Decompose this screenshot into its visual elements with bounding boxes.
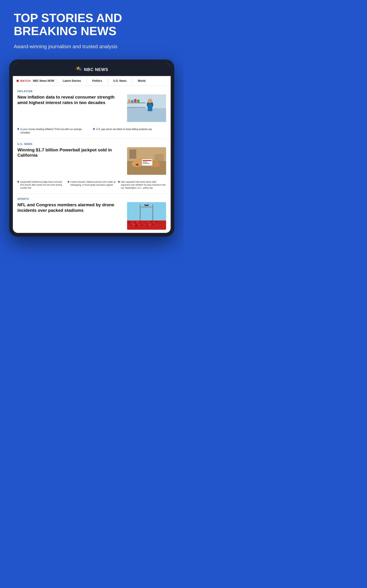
nav-divider-4 [132,78,132,83]
sub-link-1[interactable]: Is your money beating inflation? Find ou… [17,128,90,134]
sub-link-2-text: U.S. gas prices are likely to keep falli… [96,128,152,131]
watch-label: WATCH: [20,79,31,82]
hero-subtitle: Award-winning journalism and trusted ana… [14,43,170,50]
section-label-sports: SPORTS [17,194,166,200]
article-1-image [127,95,166,122]
svg-point-57 [163,223,165,225]
svg-rect-25 [143,162,147,162]
live-dot [17,80,19,82]
sub-link-3[interactable]: Suspended Oklahoma judge faces removal f… [17,180,65,190]
watch-badge[interactable]: WATCH: NBC News NOW [17,76,54,86]
nav-bar: WATCH: NBC News NOW Latest Stories Polit… [13,76,171,86]
svg-point-47 [135,225,137,226]
sub-link-1-text: Is your money beating inflation? Find ou… [20,128,90,134]
nav-divider-3 [108,78,108,83]
svg-point-51 [146,225,148,227]
watch-channel: NBC News NOW [33,79,54,82]
article-3: SPORTS NFL and Congress members alarmed … [17,194,166,233]
article-2: U.S. NEWS Winning $1.7 billion Powerball… [17,139,166,194]
sub-link-3-text: Suspended Oklahoma judge faces removal f… [20,180,65,190]
section-label-inflation: INFLATION [17,86,166,93]
sub-dot-2 [93,128,95,130]
svg-point-36 [140,222,141,224]
article-3-image [127,202,166,230]
svg-point-50 [144,223,145,225]
nav-item-us-news[interactable]: U.S. News [110,76,129,86]
svg-point-61 [144,204,146,206]
svg-rect-14 [134,99,136,103]
grocery-image [127,95,166,122]
article-1: INFLATION New inflation data to reveal c… [17,86,166,138]
article-1-headline: New inflation data to reveal consumer st… [17,95,123,105]
article-1-text: New inflation data to reveal consumer st… [17,95,123,105]
peacock-icon [75,66,82,73]
nbc-header: NBC NEWS [13,63,171,76]
sub-dot-4 [68,181,69,183]
sub-link-5-text: Man carjacked ride-share driver after ar… [121,180,166,190]
svg-point-54 [155,225,156,226]
nav-divider-2 [86,78,87,83]
nav-item-politics[interactable]: Politics [90,76,105,86]
article-2-headline: Winning $1.7 billion Powerball jackpot s… [17,147,123,158]
sub-dot-1 [17,128,19,130]
sub-link-5[interactable]: Man carjacked ride-share driver after ar… [118,180,166,190]
svg-rect-29 [129,149,136,159]
brand-name: NBC NEWS [84,67,108,72]
article-1-row[interactable]: New inflation data to reveal consumer st… [17,95,166,125]
svg-rect-11 [127,107,145,108]
svg-point-33 [131,221,133,223]
svg-point-53 [152,224,154,225]
svg-point-44 [161,220,163,222]
svg-point-56 [160,225,162,226]
svg-point-39 [148,221,150,223]
svg-point-46 [133,224,134,225]
svg-rect-15 [137,100,140,103]
article-1-sublinks: Is your money beating inflation? Find ou… [17,125,166,138]
svg-point-7 [77,69,79,71]
svg-rect-13 [131,100,133,103]
svg-rect-9 [127,108,166,122]
svg-point-45 [130,224,132,226]
svg-point-52 [149,224,151,226]
svg-rect-12 [128,99,131,103]
svg-rect-63 [140,207,153,208]
article-2-image [127,147,166,175]
svg-point-32 [128,221,130,223]
article-3-row[interactable]: NFL and Congress members alarmed by dron… [17,202,166,233]
svg-rect-26 [143,163,150,164]
tablet-frame: NBC NEWS WATCH: NBC News NOW Latest Stor… [9,60,174,237]
sub-link-4[interactable]: Carlee Russell, Alabama woman who made u… [68,180,116,190]
hero-section: TOP STORIES AND BREAKING NEWS Award-winn… [0,0,184,60]
svg-point-55 [157,224,159,225]
hero-title: TOP STORIES AND BREAKING NEWS [14,11,170,38]
svg-point-49 [141,225,143,226]
article-3-text: NFL and Congress members alarmed by dron… [17,202,123,213]
sub-link-4-text: Carlee Russell, Alabama woman who made u… [70,180,116,187]
svg-point-62 [148,204,149,206]
svg-rect-24 [143,160,152,161]
nav-divider-1 [57,78,57,83]
svg-point-42 [156,221,158,223]
article-2-sublinks: Suspended Oklahoma judge faces removal f… [17,178,166,194]
svg-point-43 [159,222,161,224]
svg-rect-10 [127,103,145,103]
svg-point-34 [134,222,136,224]
svg-point-37 [142,221,144,222]
content-area: INFLATION New inflation data to reveal c… [13,86,171,233]
article-2-text: Winning $1.7 billion Powerball jackpot s… [17,147,123,158]
nav-item-latest[interactable]: Latest Stories [60,76,84,86]
svg-rect-27 [136,164,139,166]
tablet-screen: NBC NEWS WATCH: NBC News NOW Latest Stor… [13,63,171,233]
article-3-headline: NFL and Congress members alarmed by dron… [17,202,123,213]
svg-rect-18 [148,104,152,111]
svg-point-48 [138,224,140,225]
sub-link-2[interactable]: U.S. gas prices are likely to keep falli… [93,128,166,134]
section-label-usnews: U.S. NEWS [17,139,166,145]
svg-point-17 [148,99,152,103]
sub-dot-3 [17,181,19,183]
sub-dot-5 [118,181,120,183]
nav-item-world[interactable]: World [135,76,148,86]
svg-point-40 [150,221,152,223]
svg-rect-28 [155,154,164,161]
article-2-row[interactable]: Winning $1.7 billion Powerball jackpot s… [17,147,166,178]
